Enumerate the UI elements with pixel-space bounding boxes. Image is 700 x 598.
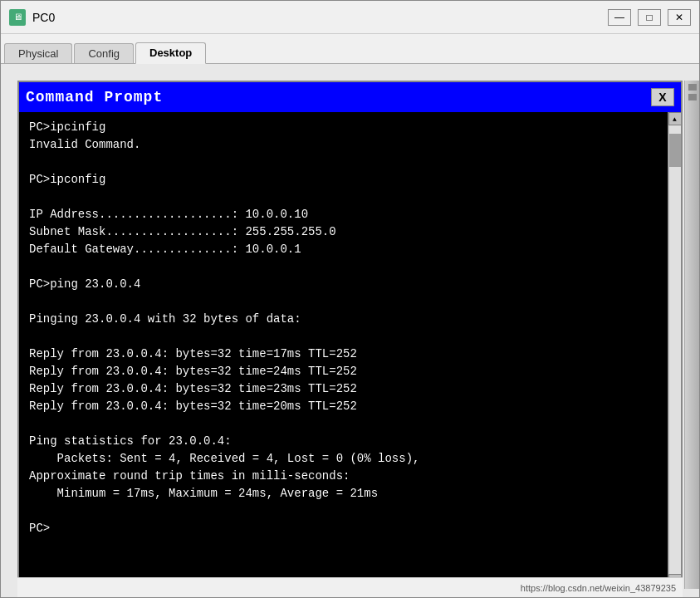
window-controls: — □ ✕	[608, 9, 691, 26]
main-window: 🖥 PC0 — □ ✕ Physical Config Desktop Comm…	[0, 0, 700, 598]
maximize-button[interactable]: □	[638, 9, 661, 26]
cmd-body: PC>ipcinfig Invalid Command. PC>ipconfig…	[19, 112, 681, 587]
status-text: https://blog.csdn.net/weixin_43879235	[521, 583, 676, 593]
cmd-title-text: Command Prompt	[26, 89, 651, 105]
app-icon: 🖥	[9, 9, 26, 26]
cmd-title-bar: Command Prompt X	[19, 82, 681, 112]
scroll-up-arrow[interactable]: ▲	[668, 112, 682, 125]
cmd-scrollbar[interactable]: ▲ ▼	[668, 112, 681, 587]
tab-desktop[interactable]: Desktop	[135, 42, 206, 64]
tab-config[interactable]: Config	[74, 43, 134, 63]
title-bar: 🖥 PC0 — □ ✕	[1, 1, 699, 34]
sidebar-mark-2	[688, 94, 697, 100]
cmd-close-button[interactable]: X	[651, 88, 674, 106]
right-sidebar	[684, 81, 699, 589]
command-prompt-window: Command Prompt X PC>ipcinfig Invalid Com…	[17, 81, 683, 589]
tab-bar: Physical Config Desktop	[1, 34, 699, 64]
scrollbar-track[interactable]	[669, 125, 681, 574]
content-area: Command Prompt X PC>ipcinfig Invalid Com…	[1, 64, 699, 597]
close-button[interactable]: ✕	[668, 9, 691, 26]
cmd-output[interactable]: PC>ipcinfig Invalid Command. PC>ipconfig…	[19, 112, 668, 587]
minimize-button[interactable]: —	[608, 9, 631, 26]
tab-physical[interactable]: Physical	[4, 43, 72, 63]
window-title: PC0	[32, 11, 608, 24]
status-bar: https://blog.csdn.net/weixin_43879235	[17, 577, 683, 597]
sidebar-mark-1	[688, 84, 697, 91]
scrollbar-thumb[interactable]	[669, 134, 681, 167]
